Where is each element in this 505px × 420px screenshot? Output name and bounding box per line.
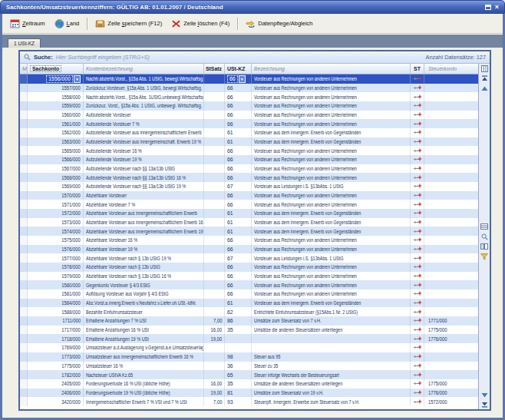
table-row[interactable]: 1567/000Aufzuteilende Vorsteuer nach §§ … bbox=[20, 164, 478, 174]
column-header-marker[interactable]: M bbox=[20, 64, 28, 74]
scroll-top-icon[interactable] bbox=[480, 74, 489, 82]
datenpflege-button[interactable]: Datenpflege/Abgleich bbox=[241, 17, 317, 31]
table-row[interactable]: 1568/000Aufzuteilende Vorsteuer nach §§ … bbox=[20, 173, 478, 182]
table-row[interactable]: 1773/000Umsatzsteuer aus innergemeinscha… bbox=[20, 352, 478, 362]
table-row[interactable]: 1559/000Zurückzuz. Vorst., §15a Abs. 1 U… bbox=[20, 101, 478, 111]
titlebar[interactable]: Sachkonten/Umsatzsteuerkennziffern: GÜLT… bbox=[0, 0, 505, 14]
table-row[interactable]: 1579/000Abziehbare Vorsteuer nach § 13b … bbox=[20, 272, 478, 281]
table-row[interactable]: 1569/000Aufzuteilende Vorsteuer nach §§ … bbox=[20, 182, 478, 191]
zeile-speichern-button[interactable]: Zeile speichern (F12) bbox=[91, 17, 167, 31]
table-row[interactable]: 1782/000Nachsteuer UStVA Kz.6565Steuer i… bbox=[20, 370, 478, 379]
columns-icon[interactable] bbox=[480, 243, 489, 250]
cell-st-marker bbox=[411, 137, 424, 147]
list-settings-icon[interactable] bbox=[480, 223, 489, 230]
calendar-icon bbox=[10, 19, 20, 28]
column-header-steuerkonto[interactable]: Steuerkonto bbox=[424, 64, 478, 74]
cell-st-marker bbox=[411, 326, 424, 335]
cell-sachkonto: 1570/000 bbox=[28, 191, 84, 200]
cell-ustkz: 66 bbox=[225, 111, 252, 120]
cell-kontenbezeichnung: Umsatzsteuer 16 % bbox=[84, 362, 204, 371]
cell-bezeichnung: Entrichtete Einfuhrumsatzsteuer (§15Abs.… bbox=[252, 307, 411, 316]
cell-sachkonto: 1782/000 bbox=[28, 370, 84, 379]
table-row[interactable]: 1563/000Aufzuteilende Vorsteuer aus inne… bbox=[20, 137, 478, 147]
table-row[interactable]: 1584/000Abz.Vorst.a.innerg.Erwerb v.Neuf… bbox=[20, 299, 478, 308]
cell-marker bbox=[20, 289, 28, 299]
table-row[interactable]: 2406/000Forderungsverluste 19 % USt (übl… bbox=[20, 389, 478, 398]
grid-side-toolbar bbox=[478, 64, 490, 409]
cell-steuerkonto bbox=[424, 245, 478, 254]
table-row[interactable]: 1769/000Umsatzsteuer a.d.Auslagerung v.G… bbox=[20, 343, 478, 352]
zeitraum-button[interactable]: Zeitraum bbox=[5, 17, 50, 31]
column-header-sachkonto[interactable]: Sachkonto bbox=[28, 64, 84, 74]
cell-steuerkonto bbox=[424, 92, 478, 101]
column-chooser-icon[interactable] bbox=[480, 64, 489, 72]
cell-kontenbezeichnung: Aufzuteilende Vorsteuer nach §§ 13a/13b … bbox=[84, 182, 204, 191]
close-button[interactable]: × bbox=[495, 4, 499, 11]
scroll-bottom-icon[interactable] bbox=[480, 401, 489, 408]
table-row[interactable]: 1575/000Abziehbare Vorsteuer 16 %66Vorst… bbox=[20, 236, 478, 245]
cell-bezeichnung: Vorsteuer aus Rechnungen von anderen Unt… bbox=[252, 245, 411, 254]
column-header-bezeichnung[interactable]: Bezeichnung bbox=[252, 64, 411, 74]
sachkonto-dropdown-button[interactable]: ▼ bbox=[74, 75, 81, 83]
cell-kontenbezeichnung: Abziehbare Vorsteuer nach § 13b UStG 16 … bbox=[84, 272, 204, 281]
table-row[interactable]: 1558/000Nachtr.abziehb.Vorst., §15a Abs.… bbox=[20, 92, 478, 101]
cell-st-marker bbox=[411, 245, 424, 254]
cell-sachkonto: 1573/000 bbox=[28, 218, 84, 227]
restore-button[interactable] bbox=[485, 5, 491, 10]
table-row[interactable]: 1561/000Aufzuteilende Vorsteuer 7 %66Vor… bbox=[20, 119, 478, 128]
table-row[interactable]: 1576/000Abziehbare Vorsteuer 19 %66Vorst… bbox=[20, 245, 478, 254]
table-row[interactable]: 1571/000Abziehbare Vorsteuer 7 %66Vorste… bbox=[20, 200, 478, 209]
table-row[interactable]: 1775/000Umsatzsteuer 16 %36Steuer zu 35 bbox=[20, 362, 478, 371]
cell-bezeichnung: Umsätze zum Steuersatz von 7 v.H. bbox=[252, 316, 411, 326]
cell-st-marker bbox=[411, 182, 424, 191]
table-row[interactable]: 1573/000Abziehbare Vorsteuer aus innerge… bbox=[20, 218, 478, 227]
cell-st-marker bbox=[411, 307, 424, 316]
data-grid: Suche: Hier Suchbegriff eingeben (STRG+S… bbox=[18, 50, 491, 411]
cell-steuerkonto bbox=[424, 173, 478, 182]
cell-marker bbox=[20, 74, 28, 84]
table-row[interactable]: 1566/000Aufzuteilende Vorsteuer 19 %66Vo… bbox=[20, 155, 478, 164]
tax-marker-icon bbox=[413, 219, 422, 226]
grid-search-icon[interactable] bbox=[480, 233, 489, 240]
table-row[interactable]: 2405/000Forderungsverluste 16 % USt (übl… bbox=[20, 379, 478, 389]
cell-sachkonto: 1575/000 bbox=[28, 236, 84, 245]
table-row[interactable]: 1562/000Aufzuteilende Vorsteuer aus inne… bbox=[20, 128, 478, 137]
filter-icon[interactable] bbox=[480, 253, 489, 260]
table-row[interactable]: 1588/000Bezahlte Einfuhrumsatzsteuer62En… bbox=[20, 307, 478, 316]
table-row[interactable]: 1556/000▼Nachtr.abziehb.Vorst., §15a Abs… bbox=[20, 74, 478, 84]
cell-stsatz bbox=[204, 191, 225, 200]
land-button[interactable]: Land bbox=[50, 17, 84, 31]
cell-bezeichnung: Umsätze zum Steuersatz von 19 v.H. bbox=[252, 389, 411, 398]
column-header-kontenbezeichnung[interactable]: Kontenbezeichnung bbox=[84, 64, 204, 74]
table-row[interactable]: 1577/000Abziehbare Vorsteuer nach § 13b … bbox=[20, 253, 478, 263]
table-row[interactable]: 1574/000Abziehbare Vorsteuer aus innerge… bbox=[20, 227, 478, 236]
column-header-ustkz[interactable]: USt-KZ bbox=[225, 64, 252, 74]
cell-sachkonto: 1718/000 bbox=[28, 334, 84, 343]
cell-kontenbezeichnung: Erhaltene Anzahlungen 16 % USt bbox=[84, 326, 204, 335]
table-row[interactable]: 1570/000Abziehbare Vorsteuer66Vorsteuer … bbox=[20, 191, 478, 200]
zeile-loeschen-button[interactable]: Zeile löschen (F4) bbox=[167, 17, 234, 31]
search-input[interactable]: Hier Suchbegriff eingeben (STRG+S) bbox=[56, 54, 150, 61]
table-row[interactable]: 1581/000Auflösung Vorsteuer aus Vorjahr … bbox=[20, 289, 478, 299]
cell-ustkz: 66 bbox=[225, 200, 252, 209]
table-row[interactable]: 1565/000Aufzuteilende Vorsteuer 16 %66Vo… bbox=[20, 146, 478, 155]
column-header-stsatz[interactable]: StSatz bbox=[204, 64, 225, 74]
ustkz-dropdown-button[interactable]: ▼ bbox=[239, 75, 246, 83]
table-row[interactable]: 3420/000Innergemeinschaftlicher Erwerb 7… bbox=[20, 397, 478, 406]
table-row[interactable]: 1718/000Erhaltene Anzahlungen 19 % USt19… bbox=[20, 334, 478, 343]
table-row[interactable]: 1560/000Aufzuteilende Vorsteuer66Vorsteu… bbox=[20, 111, 478, 120]
table-row[interactable]: 1717/000Erhaltene Anzahlungen 16 % USt16… bbox=[20, 326, 478, 335]
scroll-up-icon[interactable] bbox=[480, 84, 489, 92]
column-header-st[interactable]: ST bbox=[411, 64, 424, 74]
tab-ust-kz[interactable]: 1 USt-KZ bbox=[8, 38, 41, 48]
table-row[interactable]: 1572/000Abziehbare Vorsteuer aus innerge… bbox=[20, 209, 478, 218]
table-row[interactable]: 1578/000Abziehbare Vorsteuer nach § 13b … bbox=[20, 263, 478, 272]
scroll-down-icon[interactable] bbox=[480, 391, 489, 399]
cell-ustkz bbox=[225, 343, 252, 352]
table-row[interactable]: 1580/000Gegenkonto Vorsteuer § 4/3 EStG6… bbox=[20, 280, 478, 289]
table-row[interactable]: 1557/000Zurückzuz.Vorsteuer, §15a Abs. 1… bbox=[20, 84, 478, 93]
cell-bezeichnung: Vorsteuer aus Rechnungen von anderen Unt… bbox=[252, 236, 411, 245]
table-row[interactable]: 1711/000Erhaltene Anzahlungen 7 % USt7,0… bbox=[20, 316, 478, 326]
cell-ustkz: 61 bbox=[225, 218, 252, 227]
cell-stsatz bbox=[204, 280, 225, 289]
